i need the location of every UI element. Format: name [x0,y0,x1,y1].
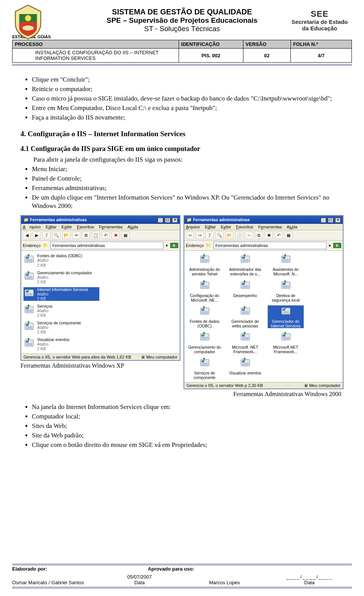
search-icon[interactable]: 🔍 [52,231,61,239]
list-item[interactable]: Serviços de componenteAtalho2 KB [24,321,99,334]
list-item[interactable]: ServiçosAtalho2 KB [24,304,99,318]
up-icon[interactable]: ⤴ [42,231,51,239]
screenshot-2k: 📁 Ferramentas administrativas _ ▢ ✕ Arqu… [184,215,344,389]
shortcut-icon [280,331,292,343]
file-list-xp: Fontes de dados (ODBC)Atalho2 KBGerencia… [21,251,180,353]
titlebar-2k: 📁 Ferramentas administrativas _ ▢ ✕ [184,216,343,224]
move-icon[interactable]: ↔ [245,231,253,239]
list-item: Clique com o botão direito do mouse em S… [32,441,344,450]
window-title-xp: Ferramentas administrativas [30,217,87,222]
delete-icon[interactable]: ✖ [265,231,273,239]
list-item[interactable]: Administração do servidor Telnet [187,253,223,276]
list-item[interactable]: Fontes de dados (ODBC)Atalho2 KB [24,253,99,267]
list-item[interactable]: Internet Information ServicesAtalho2 KB [24,287,99,301]
svg-rect-58 [242,313,249,313]
list-item[interactable]: Gerenciador do Internet Services [268,305,304,328]
undo-icon[interactable]: ↶ [102,231,110,239]
back-icon[interactable]: ⇦ [186,231,194,239]
delete-icon[interactable]: ✖ [111,231,120,239]
shortcut-icon [280,280,292,291]
meta-processo-label: PROCESSO [13,40,179,49]
menu-favoritos[interactable]: Favoritos [77,225,94,229]
address-input-xp[interactable] [50,242,163,249]
minimize-icon[interactable]: _ [321,218,326,223]
shortcut-icon [240,331,251,343]
folder-icon: 📁 [187,217,192,222]
cut-icon[interactable]: ✂ [72,231,80,239]
history-icon[interactable]: 🕓 [235,231,243,239]
list-item[interactable]: Visualizar eventos [227,357,263,380]
list-item[interactable]: Gerenciamento do computadorAtalho2 KB [24,270,99,284]
menu-ferramentas[interactable]: Ferramentas [258,225,282,229]
file-label: Diretiva de segurança local [268,293,304,302]
menu-exibir[interactable]: Exibir [61,225,72,229]
menu-arquivo[interactable]: Arquivo [186,225,200,229]
list-item[interactable]: Desempenho [227,280,263,302]
footer-divider-top [12,564,352,565]
dropdown-icon[interactable]: ▾ [329,243,331,248]
svg-rect-65 [201,337,208,338]
status-left-xp: Gerencia o IIS, o servidor Web para site… [24,355,131,359]
menu-exibir[interactable]: Exibir [221,225,231,229]
list-item[interactable]: Serviços de componente [187,357,223,380]
copy-icon[interactable]: ⧉ [82,231,90,239]
shortcut-icon [24,270,35,282]
list-item[interactable]: Gerenciamento do computador [187,331,223,354]
close-icon[interactable]: ✕ [172,218,177,223]
search-icon[interactable]: 🔍 [215,231,224,239]
folders-icon[interactable]: 📂 [62,231,71,239]
header-sub2: da Educação [287,25,352,32]
svg-rect-10 [26,278,33,278]
shortcut-icon [240,253,251,265]
forward-icon[interactable]: ⇨ [196,231,204,239]
undo-icon[interactable]: ↶ [275,231,283,239]
list-item[interactable]: Assistentes do Microsoft .N... [268,253,304,276]
menu-ajuda[interactable]: Ajuda [287,225,297,229]
maximize-icon[interactable]: ▢ [165,218,170,223]
meta-processo-value: INSTALAÇÃO E CONFIGURAÇÃO DO IIS – INTER… [13,49,179,63]
menu-ferramentas[interactable]: Ferramentas [99,225,122,229]
svg-rect-81 [242,363,249,364]
list-item[interactable]: Gerenciador de webs pessoais [227,305,263,328]
svg-rect-61 [282,311,289,312]
menu-ajuda[interactable]: Ajuda [127,225,138,229]
status-left-2k: Gerencia o IIS, o servidor Web p 2,30 KB [187,383,263,388]
window-2k: 📁 Ferramentas administrativas _ ▢ ✕ Arqu… [184,215,344,389]
views-icon[interactable]: ▦ [284,231,293,239]
list-item[interactable]: Microsoft.NET Framework... [268,331,304,354]
svg-rect-14 [26,294,33,295]
statusbar-xp: Gerencia o IIS, o servidor Web para site… [21,354,180,360]
copy-icon[interactable]: ⧉ [255,231,263,239]
list-item[interactable]: Configuração do Microsoft .NE... [187,280,223,302]
minimize-icon[interactable]: _ [158,218,163,223]
menu-editar[interactable]: Editar [46,225,56,229]
forward-icon[interactable]: ▶ [33,231,41,239]
dropdown-icon[interactable]: ▾ [166,243,168,248]
svg-rect-70 [242,338,249,339]
close-icon[interactable]: ✕ [335,218,340,223]
list-item[interactable]: Visualizar eventosAtalho2 KB [24,337,99,351]
menu-favoritos[interactable]: Favoritos [236,225,253,229]
list-item[interactable]: Diretiva de segurança local [268,280,304,302]
up-icon[interactable]: ⤴ [206,231,214,239]
shortcut-icon [199,331,210,343]
go-button[interactable]: Ir [333,243,341,248]
views-icon[interactable]: ▦ [121,231,130,239]
header-divider [12,64,352,66]
folders-icon[interactable]: 📂 [225,231,234,239]
menu-editar[interactable]: Editar [205,225,216,229]
footer-date: 05/07/2007 [97,574,182,580]
footer: Elaborado por: Aprovado para uso: 05/07/… [12,562,352,589]
menu-arquivo[interactable]: Arquivo [23,225,41,229]
list-item[interactable]: Fontes de dados (ODBC) [187,305,223,328]
address-input-2k[interactable] [213,242,326,249]
back-icon[interactable]: ◀ [23,231,31,239]
header-sub1: Secretaria de Estado [287,19,352,25]
paste-icon[interactable]: 📋 [92,231,100,239]
list-item[interactable]: Microsoft .NET Framework... [227,331,263,354]
list-item[interactable]: Administrador das extensões de s... [227,253,263,276]
go-button[interactable]: Ir [170,243,178,248]
maximize-icon[interactable]: ▢ [328,218,333,223]
svg-rect-78 [201,364,208,365]
footer-data-2: Data [267,580,352,585]
